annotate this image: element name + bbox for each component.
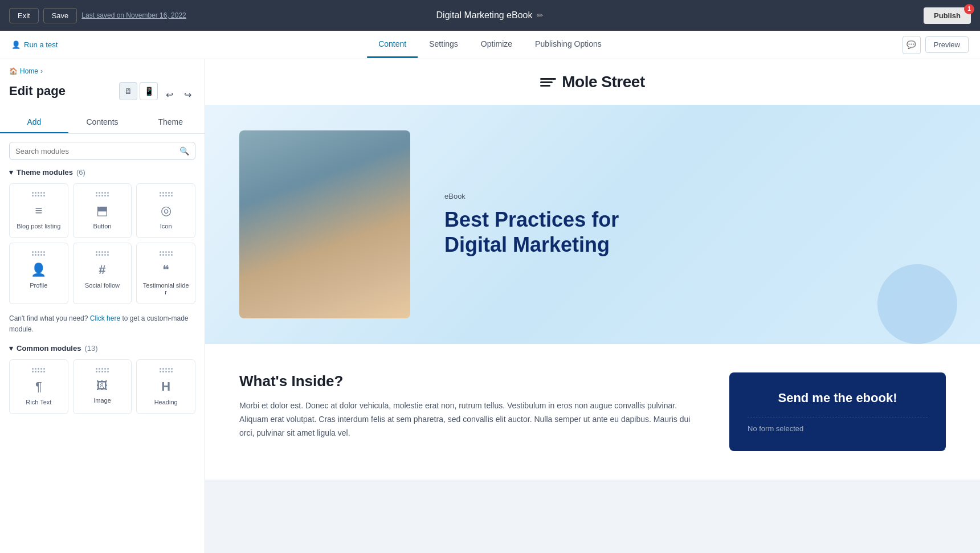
modules-area: ▾ Theme modules (6) ≡ Blog post listing (0, 168, 205, 553)
hero-image (239, 130, 410, 318)
publish-label: Publish (934, 11, 961, 20)
button-module-icon: ⬒ (96, 203, 108, 218)
edit-pencil-icon[interactable]: ✏ (537, 11, 544, 20)
tab-settings[interactable]: Settings (418, 31, 469, 58)
mobile-view-button[interactable]: 📱 (140, 82, 158, 100)
heading-module-icon: H (161, 379, 170, 394)
module-social-follow[interactable]: # Social follow (73, 243, 132, 304)
tab-publishing-options[interactable]: Publishing Options (524, 31, 613, 58)
sidebar-tab-contents[interactable]: Contents (68, 112, 137, 133)
search-icon[interactable]: 🔍 (179, 146, 189, 155)
publish-button[interactable]: Publish 1 (924, 7, 971, 24)
common-modules-collapse-icon: ▾ (9, 344, 13, 353)
breadcrumb-home: Home (20, 67, 38, 75)
run-test-area: 👤 Run a test (11, 40, 58, 49)
drag-dots (32, 192, 45, 196)
logo-lines-icon (540, 78, 556, 87)
comment-icon: 💬 (906, 40, 916, 49)
custom-module-link[interactable]: Click here (90, 314, 120, 322)
drag-dots (160, 368, 173, 372)
sidebar-tab-theme[interactable]: Theme (136, 112, 205, 133)
hero-section: eBook Best Practices for Digital Marketi… (205, 105, 980, 344)
hero-content: eBook Best Practices for Digital Marketi… (444, 192, 946, 256)
undo-button[interactable]: ↩ (161, 87, 177, 103)
hero-title: Best Practices for Digital Marketing (444, 207, 946, 256)
module-label: Rich Text (26, 399, 51, 405)
testimonial-slider-icon: ❝ (162, 263, 169, 277)
nav-right-actions: 💬 Preview (903, 36, 969, 54)
module-blog-post-listing[interactable]: ≡ Blog post listing (9, 183, 68, 238)
run-test-button[interactable]: 👤 Run a test (11, 40, 58, 49)
main-layout: 🏠 Home › Edit page 🖥 📱 ↩ ↪ (0, 59, 980, 553)
cta-form: Send me the ebook! No form selected (729, 372, 946, 451)
exit-button[interactable]: Exit (9, 8, 39, 23)
profile-module-icon: 👤 (31, 263, 46, 277)
hero-title-line1: Best Practices for (444, 208, 619, 231)
drag-dots (96, 251, 109, 256)
common-modules-header[interactable]: ▾ Common modules (13) (9, 344, 195, 353)
logo-text: Mole Street (562, 73, 644, 91)
device-buttons: 🖥 📱 (119, 82, 158, 100)
module-icon[interactable]: ◎ Icon (136, 183, 195, 238)
search-box: 🔍 (9, 142, 195, 160)
page-content-area: Mole Street eBook Best Practices for Dig… (205, 59, 980, 553)
no-form-label: No form selected (748, 417, 928, 433)
drag-dots (96, 368, 109, 372)
sidebar-tab-add[interactable]: Add (0, 112, 68, 133)
theme-modules-count: (6) (76, 168, 85, 177)
drag-dots (160, 251, 173, 256)
icon-module-icon: ◎ (161, 203, 172, 218)
topbar-left: Exit Save Last saved on November 16, 202… (9, 8, 186, 23)
module-button[interactable]: ⬒ Button (73, 183, 132, 238)
home-icon: 🏠 (9, 67, 18, 75)
module-testimonial-slider[interactable]: ❝ Testimonial slide r (136, 243, 195, 304)
topbar-center: Digital Marketing eBook ✏ (436, 10, 544, 21)
drag-dots (160, 192, 173, 196)
publish-badge: 1 (964, 4, 974, 14)
preview-button[interactable]: Preview (925, 36, 969, 53)
cta-title: Send me the ebook! (748, 391, 928, 405)
common-modules-grid: ¶ Rich Text 🖼 Image (9, 359, 195, 414)
drag-dots (32, 251, 45, 256)
search-input[interactable] (15, 147, 175, 155)
breadcrumb[interactable]: 🏠 Home › (9, 67, 195, 75)
content-section: What's Inside? Morbi et dolor est. Donec… (205, 344, 980, 480)
save-button[interactable]: Save (43, 8, 77, 23)
module-label: Image (93, 397, 111, 404)
logo-bar: Mole Street (205, 59, 980, 105)
drag-dots (32, 368, 45, 372)
module-label: Button (93, 223, 112, 230)
drag-dots (96, 192, 109, 196)
module-label: Icon (160, 223, 172, 230)
nav-tabs-bar: 👤 Run a test Content Settings Optimize P… (0, 31, 980, 59)
tab-optimize[interactable]: Optimize (469, 31, 524, 58)
common-modules-label: Common modules (17, 344, 81, 353)
comment-button[interactable]: 💬 (903, 36, 921, 54)
search-area: 🔍 (0, 134, 205, 168)
nav-tabs-center: Content Settings Optimize Publishing Opt… (367, 31, 613, 58)
theme-modules-label: Theme modules (17, 168, 73, 177)
last-saved-text: Last saved on November 16, 2022 (81, 11, 186, 19)
module-profile[interactable]: 👤 Profile (9, 243, 68, 304)
cant-find-text: Can't find what you need? Click here to … (9, 313, 195, 335)
redo-button[interactable]: ↪ (179, 87, 195, 103)
module-image[interactable]: 🖼 Image (73, 359, 132, 414)
edit-page-title: Edit page (9, 84, 66, 99)
content-left: What's Inside? Morbi et dolor est. Donec… (239, 372, 707, 451)
sidebar-tabs: Add Contents Theme (0, 112, 205, 134)
module-label: Profile (30, 282, 47, 289)
tab-content[interactable]: Content (367, 31, 418, 58)
theme-modules-grid: ≡ Blog post listing ⬒ Button (9, 183, 195, 304)
module-heading[interactable]: H Heading (136, 359, 195, 414)
module-label: Testimonial slide r (141, 282, 190, 296)
sidebar: 🏠 Home › Edit page 🖥 📱 ↩ ↪ (0, 59, 205, 553)
whats-inside-title: What's Inside? (239, 372, 707, 390)
hero-title-line2: Digital Marketing (444, 233, 610, 256)
desktop-view-button[interactable]: 🖥 (119, 82, 137, 100)
theme-modules-header[interactable]: ▾ Theme modules (6) (9, 168, 195, 177)
common-modules-count: (13) (84, 344, 97, 353)
hero-image-placeholder (239, 130, 410, 318)
module-label: Social follow (85, 282, 120, 289)
module-rich-text[interactable]: ¶ Rich Text (9, 359, 68, 414)
topbar-right: Publish 1 (924, 7, 971, 24)
